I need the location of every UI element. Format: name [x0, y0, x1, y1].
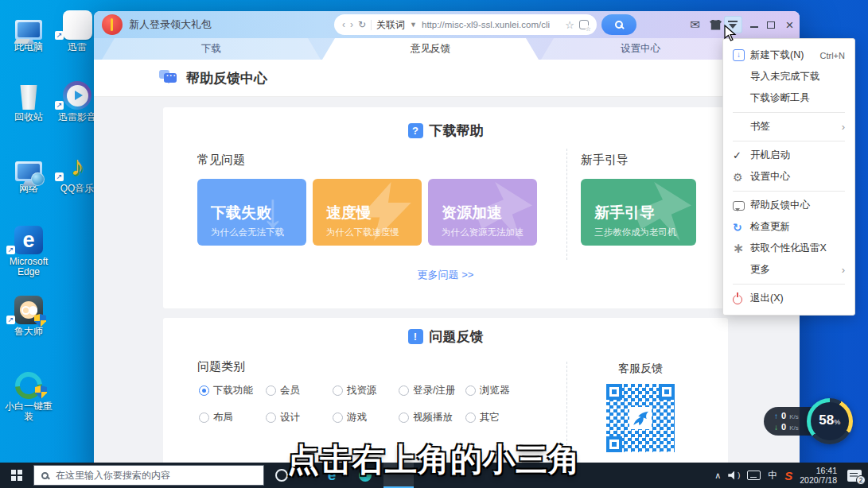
- guide-card[interactable]: 新手引导 三步教你成为老司机: [581, 179, 696, 246]
- divider: [371, 20, 372, 30]
- desktop-icon-network[interactable]: 网络: [4, 148, 53, 194]
- radio-option[interactable]: 找资源: [333, 384, 399, 397]
- radio-circle-icon[interactable]: [266, 385, 276, 396]
- category-label: 问题类别: [197, 359, 245, 374]
- radio-circle-icon[interactable]: [399, 385, 409, 396]
- uac-shield-icon: [35, 385, 47, 399]
- menu-item[interactable]: 导入未完成下载: [723, 66, 854, 87]
- help-card[interactable]: 资源加速 为什么资源无法加速: [428, 179, 537, 246]
- xiaobai-reinstall-icon: [4, 366, 53, 399]
- radio-circle-icon[interactable]: [266, 412, 276, 423]
- promo-banner[interactable]: 新人登录领大礼包: [102, 14, 212, 35]
- gear-icon: [733, 171, 750, 184]
- nav-refresh-icon[interactable]: ↻: [358, 19, 366, 30]
- faq-cards: 下载失败 为什么会无法下载 速度慢 为什么下载速度慢 资源加速 为什么资源无法加…: [197, 179, 537, 246]
- network-icon: [4, 148, 53, 181]
- radio-circle-icon[interactable]: [399, 412, 409, 423]
- radio-circle-icon[interactable]: [199, 385, 209, 396]
- xunlei-logo: [629, 407, 652, 429]
- messages-icon[interactable]: [687, 17, 703, 33]
- menu-item[interactable]: 更多 ›: [723, 259, 854, 281]
- promo-gift-icon: [102, 14, 123, 35]
- menu-item[interactable]: [733, 284, 845, 285]
- tab-feedback[interactable]: 意见反馈: [322, 38, 539, 60]
- download-speed: 0: [781, 422, 786, 432]
- shortcut-arrow-icon: [55, 172, 64, 181]
- radio-option[interactable]: 会员: [266, 384, 333, 397]
- radio-circle-icon[interactable]: [465, 412, 476, 423]
- refresh-icon: [733, 221, 750, 234]
- menu-item[interactable]: [733, 191, 845, 192]
- video-subtitle: 点击右上角的小三角: [0, 438, 868, 482]
- page-title: 帮助反馈中心: [186, 69, 267, 87]
- radio-option[interactable]: 设计: [266, 411, 333, 424]
- nav-back-icon[interactable]: ‹: [342, 19, 345, 30]
- menu-item[interactable]: 下载诊断工具: [723, 87, 854, 109]
- menu-item[interactable]: 书签 ›: [723, 116, 854, 137]
- shortcut-arrow-icon: [55, 31, 64, 40]
- menu-item[interactable]: 开机启动: [723, 145, 854, 166]
- check-icon: [733, 149, 750, 162]
- skin-icon[interactable]: [707, 17, 724, 33]
- window-titlebar[interactable]: 新人登录领大礼包 ‹ › ↻ 关联词 ▼ http://misc-xl9-ssl…: [94, 11, 800, 38]
- radio-option[interactable]: 布局: [199, 411, 266, 424]
- recycle-bin-icon: [4, 76, 53, 110]
- section-title: 下载帮助: [430, 122, 484, 140]
- desktop-icon-recycle-bin[interactable]: 回收站: [4, 76, 53, 122]
- menu-item[interactable]: 新建下载(N) Ctrl+N: [723, 45, 854, 66]
- minimize-button[interactable]: [745, 17, 762, 33]
- sparkle-icon: [733, 242, 750, 255]
- radio-circle-icon[interactable]: [333, 385, 343, 396]
- radio-option[interactable]: 游戏: [333, 411, 399, 424]
- mouse-cursor: [724, 25, 737, 45]
- radio-option[interactable]: 登录/注册: [399, 384, 465, 397]
- promo-text: 新人登录领大礼包: [129, 17, 212, 32]
- menu-item[interactable]: 帮助反馈中心: [723, 195, 854, 216]
- menu-item[interactable]: 退出(X): [723, 288, 854, 309]
- nav-forward-icon[interactable]: ›: [350, 19, 353, 30]
- radio-option[interactable]: 下载功能: [199, 384, 266, 397]
- maximize-button[interactable]: [762, 17, 779, 33]
- chevron-down-icon[interactable]: ▼: [410, 21, 417, 29]
- menu-item[interactable]: 设置中心: [723, 166, 854, 188]
- radio-option[interactable]: 其它: [465, 411, 500, 424]
- desktop-icon-xiaobai[interactable]: 小白一键重装: [4, 366, 53, 422]
- this-pc-icon: [4, 6, 53, 40]
- menu-item[interactable]: [733, 112, 845, 113]
- edge-icon: e: [4, 221, 53, 254]
- radio-circle-icon[interactable]: [333, 412, 343, 423]
- menu-item[interactable]: 获取个性化迅雷X: [723, 238, 854, 259]
- help-card[interactable]: 下载失败 为什么会无法下载: [197, 179, 306, 246]
- close-button[interactable]: ×: [781, 17, 798, 33]
- collect-page-icon[interactable]: [579, 20, 589, 29]
- tab-download[interactable]: 下载: [102, 38, 321, 60]
- radio-option[interactable]: 视频播放: [399, 411, 465, 424]
- ludashi-icon: [4, 291, 53, 324]
- xunlei-window: 新人登录领大礼包 ‹ › ↻ 关联词 ▼ http://misc-xl9-ssl…: [94, 11, 800, 488]
- favorite-star-icon[interactable]: ☆: [565, 19, 574, 31]
- shortcut-arrow-icon: [55, 101, 64, 110]
- desktop-icon-ludashi[interactable]: 鲁大师: [4, 291, 53, 337]
- new-download-icon: [733, 49, 750, 62]
- chat-icon: [733, 199, 750, 212]
- more-questions-link[interactable]: 更多问题 >>: [163, 268, 728, 282]
- menu-item[interactable]: 检查更新: [723, 216, 854, 238]
- desktop-icon-edge[interactable]: e Microsoft Edge: [4, 221, 53, 277]
- tab-settings[interactable]: 设置中心: [541, 38, 740, 60]
- menu-item[interactable]: [733, 141, 845, 141]
- keyword-selector[interactable]: 关联词: [376, 18, 405, 32]
- divider: [566, 362, 567, 449]
- radio-circle-icon[interactable]: [465, 385, 476, 396]
- chevron-right-icon: ›: [842, 264, 845, 276]
- desktop-icon-this-pc[interactable]: 此电脑: [4, 6, 53, 52]
- radio-circle-icon[interactable]: [199, 412, 209, 423]
- guide-label: 新手引导: [581, 153, 629, 168]
- percent-value: 58: [819, 413, 834, 427]
- search-button[interactable]: [601, 14, 636, 35]
- upload-speed: 0: [781, 411, 786, 420]
- search-icon: [615, 21, 623, 29]
- help-card[interactable]: 速度慢 为什么下载速度慢: [313, 179, 422, 246]
- browser-address-bar[interactable]: ‹ › ↻ 关联词 ▼ http://misc-xl9-ssl.xunlei.c…: [334, 14, 597, 35]
- radio-option[interactable]: 浏览器: [465, 384, 510, 397]
- url-text[interactable]: http://misc-xl9-ssl.xunlei.com/cli: [422, 20, 560, 29]
